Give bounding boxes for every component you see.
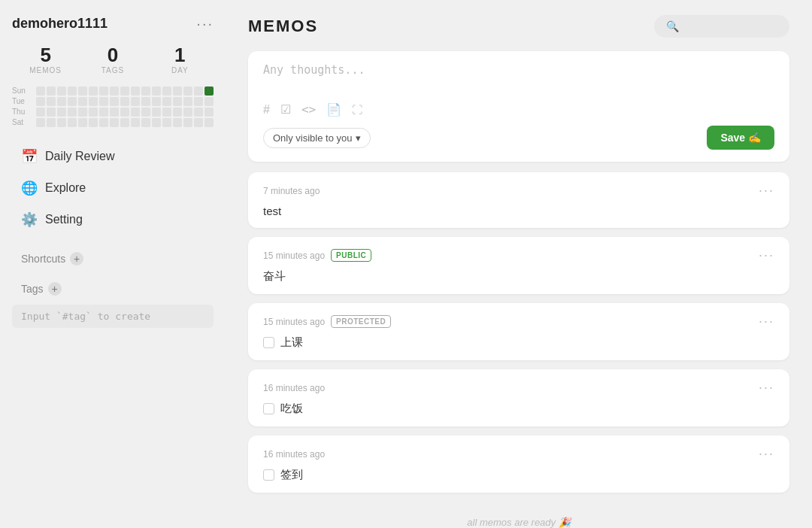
cal-cell[interactable]: [152, 97, 161, 106]
stats-row: 5MEMOS0TAGS1DAY: [12, 44, 214, 74]
cal-cell[interactable]: [110, 108, 119, 117]
memo-meta-left: 16 minutes ago: [263, 383, 325, 393]
cal-cell[interactable]: [47, 86, 56, 96]
cal-cell[interactable]: [205, 86, 214, 96]
cal-cell[interactable]: [99, 118, 108, 127]
checkbox-icon[interactable]: ☑: [280, 102, 291, 117]
code-icon[interactable]: <>: [301, 102, 316, 117]
cal-cell[interactable]: [78, 108, 87, 117]
username: demohero1111: [12, 16, 108, 32]
cal-cell[interactable]: [36, 86, 45, 96]
cal-cell[interactable]: [36, 108, 45, 117]
cal-cell[interactable]: [99, 86, 108, 96]
cal-cell[interactable]: [205, 118, 214, 127]
cal-cell[interactable]: [162, 108, 171, 117]
cal-cell[interactable]: [173, 118, 182, 127]
cal-cell[interactable]: [173, 86, 182, 96]
cal-cell[interactable]: [131, 108, 140, 117]
cal-cell[interactable]: [110, 97, 119, 106]
cal-cell[interactable]: [57, 118, 66, 127]
cal-cell[interactable]: [194, 97, 203, 106]
memo-more-button[interactable]: ···: [759, 314, 774, 329]
visibility-button[interactable]: Only visible to you ▾: [263, 128, 371, 148]
cal-cell[interactable]: [173, 97, 182, 106]
cal-cell[interactable]: [36, 118, 45, 127]
cal-cell[interactable]: [89, 108, 98, 117]
memo-more-button[interactable]: ···: [759, 380, 774, 396]
cal-cell[interactable]: [78, 118, 87, 127]
cal-cell[interactable]: [47, 108, 56, 117]
cal-cell[interactable]: [141, 97, 150, 106]
cal-cell[interactable]: [36, 97, 45, 106]
cal-cell[interactable]: [152, 108, 161, 117]
cal-cell[interactable]: [162, 118, 171, 127]
cal-cell[interactable]: [141, 108, 150, 117]
cal-cell[interactable]: [194, 118, 203, 127]
memo-checkbox[interactable]: [263, 403, 274, 414]
cal-cell[interactable]: [68, 97, 77, 106]
sidebar-item-explore[interactable]: 🌐 Explore: [12, 174, 214, 202]
sidebar-item-setting[interactable]: ⚙️ Setting: [12, 205, 214, 234]
cal-cell[interactable]: [78, 97, 87, 106]
memo-checkbox[interactable]: [263, 469, 274, 481]
cal-cell[interactable]: [162, 86, 171, 96]
memo-checkbox[interactable]: [263, 337, 274, 348]
cal-day-label: Sun: [12, 86, 35, 96]
cal-cell[interactable]: [194, 108, 203, 117]
shortcuts-add-button[interactable]: +: [70, 252, 83, 266]
cal-cell[interactable]: [47, 97, 56, 106]
memo-meta-left: 16 minutes ago: [263, 449, 325, 460]
cal-cell[interactable]: [152, 86, 161, 96]
cal-cell[interactable]: [120, 108, 129, 117]
cal-cell[interactable]: [99, 97, 108, 106]
file-icon[interactable]: 📄: [326, 102, 341, 117]
memo-more-button[interactable]: ···: [759, 247, 774, 263]
memo-content: 奋斗: [263, 269, 774, 284]
cal-cell[interactable]: [131, 118, 140, 127]
compose-textarea[interactable]: [263, 63, 774, 93]
cal-cell[interactable]: [205, 108, 214, 117]
cal-cell[interactable]: [183, 97, 192, 106]
more-menu-button[interactable]: ···: [196, 15, 214, 32]
cal-cell[interactable]: [89, 97, 98, 106]
cal-cell[interactable]: [68, 108, 77, 117]
cal-cell[interactable]: [110, 118, 119, 127]
cal-cell[interactable]: [110, 86, 119, 96]
cal-cell[interactable]: [183, 108, 192, 117]
cal-cell[interactable]: [152, 118, 161, 127]
cal-cell[interactable]: [120, 86, 129, 96]
cal-cell[interactable]: [47, 118, 56, 127]
save-button[interactable]: Save ✍️: [707, 126, 774, 150]
cal-cell[interactable]: [120, 97, 129, 106]
cal-cell[interactable]: [120, 118, 129, 127]
cal-cell[interactable]: [68, 86, 77, 96]
cal-cell[interactable]: [78, 86, 87, 96]
cal-cell[interactable]: [194, 86, 203, 96]
cal-cell[interactable]: [57, 108, 66, 117]
cal-cell[interactable]: [205, 97, 214, 106]
cal-cell[interactable]: [68, 118, 77, 127]
cal-cell[interactable]: [99, 108, 108, 117]
cal-cell[interactable]: [141, 118, 150, 127]
hash-icon[interactable]: #: [263, 103, 270, 117]
setting-icon: ⚙️: [21, 211, 38, 228]
visibility-label: Only visible to you: [273, 132, 353, 144]
cal-cell[interactable]: [131, 97, 140, 106]
cal-cell[interactable]: [183, 86, 192, 96]
stat-label: TAGS: [79, 66, 146, 74]
tags-add-button[interactable]: +: [48, 282, 62, 296]
sidebar-item-daily-review[interactable]: 📅 Daily Review: [12, 142, 214, 171]
cal-cell[interactable]: [131, 86, 140, 96]
memo-more-button[interactable]: ···: [759, 183, 774, 199]
cal-cell[interactable]: [141, 86, 150, 96]
search-input[interactable]: [654, 15, 789, 38]
memo-more-button[interactable]: ···: [759, 446, 774, 462]
cal-cell[interactable]: [57, 86, 66, 96]
expand-icon[interactable]: ⛶: [352, 104, 362, 116]
cal-cell[interactable]: [162, 97, 171, 106]
cal-cell[interactable]: [57, 97, 66, 106]
cal-cell[interactable]: [173, 108, 182, 117]
cal-cell[interactable]: [183, 118, 192, 127]
cal-cell[interactable]: [89, 86, 98, 96]
cal-cell[interactable]: [89, 118, 98, 127]
